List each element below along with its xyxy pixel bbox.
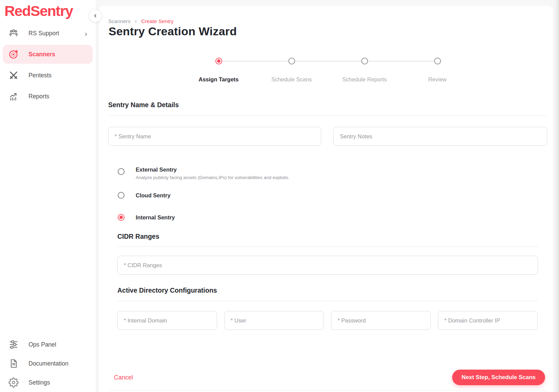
step-circle-active: [215, 58, 222, 64]
password-input[interactable]: [331, 311, 431, 330]
step-label: Assign Targets: [199, 76, 239, 83]
section-title-details: Sentry Name & Details: [108, 101, 179, 109]
step-review[interactable]: Review: [401, 58, 474, 83]
radar-icon: [8, 49, 19, 60]
section-divider: [117, 301, 538, 301]
sidebar-item-settings[interactable]: Settings: [3, 373, 93, 392]
sidebar-item-ops-panel[interactable]: Ops Panel: [3, 335, 93, 354]
sentry-notes-input[interactable]: [333, 127, 547, 146]
sidebar-item-label: Settings: [28, 379, 50, 386]
sidebar-item-label: RS Support: [28, 30, 59, 37]
step-circle: [288, 58, 295, 64]
footer-divider: [108, 390, 547, 391]
step-circle: [361, 58, 368, 64]
page-title: Sentry Creation Wizard: [109, 25, 237, 38]
gear-icon: [8, 377, 19, 388]
crossed-swords-icon: [8, 70, 19, 81]
step-circle: [434, 58, 441, 64]
radio-option-cloud-sentry[interactable]: Cloud Sentry: [118, 192, 171, 199]
section-title-active-directory: Active Directory Configurations: [117, 287, 217, 294]
step-schedule-reports[interactable]: Schedule Reports: [328, 58, 401, 83]
breadcrumb: Scanners › Create Sentry: [108, 18, 174, 24]
chevron-separator-icon: ›: [135, 18, 137, 24]
next-step-button[interactable]: Next Step, Schedule Scans: [452, 370, 545, 385]
radio-label: Internal Sentry: [136, 214, 175, 221]
sidebar-item-label: Reports: [28, 93, 49, 100]
section-title-cidr: CIDR Ranges: [117, 233, 159, 240]
sliders-icon: [8, 339, 19, 350]
radio-option-external-sentry[interactable]: External Sentry Analyze publicly facing …: [118, 166, 289, 180]
breadcrumb-scanners-link[interactable]: Scanners: [108, 18, 130, 24]
sidebar-item-documentation[interactable]: Documentation: [3, 354, 93, 373]
sidebar-nav-bottom: Ops Panel Documentation: [3, 335, 93, 392]
sidebar-item-label: Documentation: [28, 360, 69, 367]
chevron-right-icon: ›: [85, 30, 87, 37]
step-label: Review: [428, 76, 446, 83]
radio-label: Cloud Sentry: [136, 192, 171, 199]
radio-internal-sentry-selected[interactable]: [118, 214, 124, 221]
cidr-ranges-input[interactable]: [117, 256, 538, 275]
document-icon: [8, 358, 19, 369]
sidebar-item-scanners[interactable]: Scanners: [3, 45, 93, 64]
cancel-button[interactable]: Cancel: [114, 374, 133, 381]
user-input[interactable]: [224, 311, 324, 330]
internal-domain-input[interactable]: [117, 311, 217, 330]
step-assign-targets[interactable]: Assign Targets: [182, 58, 255, 83]
page-scrollbar[interactable]: [554, 0, 559, 392]
users-group-icon: [8, 28, 19, 39]
step-label: Schedule Scans: [271, 76, 312, 83]
breadcrumb-current: Create Sentry: [141, 18, 174, 24]
sidebar: RedSentry RS Support ›: [0, 0, 96, 392]
app-root: RedSentry RS Support ›: [0, 0, 559, 392]
sidebar-item-label: Scanners: [28, 51, 55, 58]
chevron-left-icon: ‹: [94, 11, 96, 20]
sidebar-item-pentests[interactable]: Pentests: [3, 66, 93, 85]
step-label: Schedule Reports: [342, 76, 387, 83]
sidebar-collapse-button[interactable]: ‹: [89, 10, 101, 22]
sidebar-item-reports[interactable]: Reports: [3, 87, 93, 106]
sentry-name-input[interactable]: [108, 127, 321, 146]
wizard-stepper: Assign Targets Schedule Scans Schedule R…: [182, 58, 474, 88]
radio-option-internal-sentry[interactable]: Internal Sentry: [118, 214, 175, 221]
active-directory-fields: [117, 311, 538, 330]
redsentry-logo: RedSentry: [4, 3, 73, 19]
radio-external-sentry[interactable]: [118, 168, 124, 175]
sidebar-item-label: Pentests: [28, 72, 52, 79]
section-divider: [108, 115, 547, 116]
chart-trend-icon: [8, 91, 19, 102]
domain-controller-ip-input[interactable]: [438, 311, 538, 330]
sidebar-item-rs-support[interactable]: RS Support ›: [3, 24, 93, 43]
step-schedule-scans[interactable]: Schedule Scans: [255, 58, 328, 83]
radio-label: External Sentry: [136, 166, 289, 173]
radio-cloud-sentry[interactable]: [118, 192, 124, 199]
sidebar-item-label: Ops Panel: [28, 341, 56, 348]
sidebar-nav-top: RS Support › Scanners: [3, 24, 93, 108]
section-divider: [117, 247, 538, 247]
radio-description: Analyze publicly facing assets (Domains,…: [136, 175, 289, 180]
main-content: Scanners › Create Sentry Sentry Creation…: [99, 6, 553, 392]
